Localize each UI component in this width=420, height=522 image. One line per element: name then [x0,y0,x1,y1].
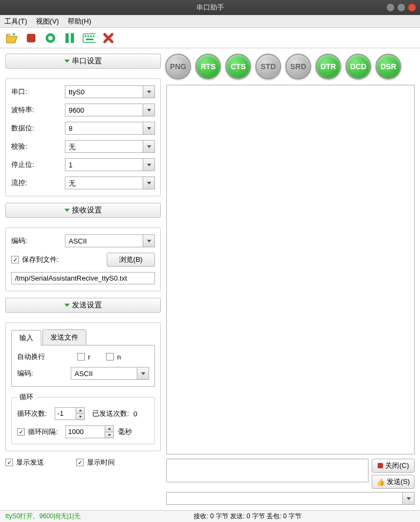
loop-interval-unit: 毫秒 [118,427,132,437]
parity-label: 校验: [11,142,65,151]
send-section-body: 输入 发送文件 自动换行 r n 编码: ASCII 循环 [5,322,161,451]
indicator-cts[interactable]: CTS [225,54,251,79]
send-button[interactable]: 👍发送(S) [372,475,415,489]
svg-rect-8 [90,35,92,37]
chevron-down-icon [64,304,70,307]
main-area: 串口设置 串口: ttyS0 波特率: 9600 数据位: 8 校验: 无 停止… [0,48,420,510]
svg-rect-10 [86,39,93,40]
databits-combo[interactable]: 8 [65,122,155,135]
svg-rect-0 [27,34,35,42]
close-port-button[interactable]: 关闭(C) [372,459,415,473]
minimize-button[interactable] [387,4,394,11]
keyboard-icon[interactable] [83,32,95,45]
recv-encoding-label: 编码: [11,236,65,246]
right-panel: PNG RTS CTS STD SRD DTR DCD DSR 关闭(C) 👍发… [166,48,420,510]
send-textarea[interactable] [166,459,369,482]
bottom-send-row: 关闭(C) 👍发送(S) [166,459,415,489]
receive-section-title: 接收设置 [72,205,102,215]
left-panel: 串口设置 串口: ttyS0 波特率: 9600 数据位: 8 校验: 无 停止… [0,48,166,510]
indicator-dsr[interactable]: DSR [375,54,401,79]
send-section-title: 发送设置 [72,300,102,310]
loop-legend: 循环 [17,392,35,402]
indicator-dtr[interactable]: DTR [315,54,341,79]
indicator-png[interactable]: PNG [165,54,191,79]
loop-interval-label: 循环间隔: [28,427,58,437]
send-encoding-label: 编码: [17,369,71,378]
indicator-std[interactable]: STD [255,54,281,79]
indicator-srd[interactable]: SRD [285,54,311,79]
flow-combo[interactable]: 无 [65,177,155,189]
tab-input[interactable]: 输入 [11,330,41,345]
send-history-combo[interactable] [166,492,415,505]
svg-rect-9 [93,35,94,37]
open-icon[interactable] [5,32,18,45]
svg-rect-6 [85,35,86,37]
close-window-button[interactable] [408,4,416,11]
svg-rect-4 [71,33,74,43]
send-section-header[interactable]: 发送设置 [5,298,161,313]
stopbits-combo[interactable]: 1 [65,158,155,171]
sent-count-label: 已发送次数: [92,409,129,418]
recv-encoding-combo[interactable]: ASCII [65,234,155,247]
svg-rect-3 [65,33,69,43]
n-checkbox[interactable] [106,353,114,361]
pause-icon[interactable] [63,32,76,45]
sent-count-value: 0 [134,410,137,418]
menubar: 工具(T) 视图(V) 帮助(H) [0,15,420,28]
loop-interval-spinner[interactable]: 1000 [65,425,114,438]
baud-combo[interactable]: 9600 [65,104,155,116]
baud-label: 波特率: [11,105,65,115]
delete-icon[interactable] [102,32,115,45]
statusbar: ttyS0打开。9600|8|无|1|无 接收: 0 字节 发送: 0 字节 丢… [0,510,420,522]
filepath-input[interactable] [11,272,155,284]
tab-input-content: 自动换行 r n 编码: ASCII [11,345,155,387]
port-combo[interactable]: ttyS0 [65,85,155,98]
save-to-file-label: 保存到文件: [22,255,59,264]
save-to-file-checkbox[interactable] [11,256,19,263]
send-encoding-combo[interactable]: ASCII [71,367,149,380]
window-controls [387,4,416,11]
stop-icon[interactable] [25,32,38,45]
send-tabs: 输入 发送文件 [11,329,155,345]
status-left: ttyS0打开。9600|8|无|1|无 [5,512,80,521]
indicator-dcd[interactable]: DCD [345,54,371,79]
flow-label: 流控: [11,178,65,188]
port-label: 串口: [11,87,65,97]
n-label: n [117,353,121,361]
receive-section-body: 编码: ASCII 保存到文件: 浏览(B) [5,227,161,291]
loop-count-label: 循环次数: [17,409,55,418]
receive-log-area[interactable] [166,85,415,454]
svg-point-2 [48,36,53,40]
show-send-label: 显示发送 [16,458,44,467]
show-time-label: 显示时间 [87,458,115,467]
parity-combo[interactable]: 无 [65,140,155,153]
chevron-down-icon [64,60,70,63]
tab-send-file[interactable]: 发送文件 [42,329,86,345]
menu-view[interactable]: 视图(V) [36,17,59,26]
receive-section-header[interactable]: 接收设置 [5,203,161,218]
menu-help[interactable]: 帮助(H) [68,17,91,26]
svg-rect-7 [87,35,89,37]
autowrap-label: 自动换行 [17,352,71,362]
loop-count-spinner[interactable]: -1 [55,407,85,420]
browse-button[interactable]: 浏览(B) [107,253,155,267]
menu-tools[interactable]: 工具(T) [4,17,27,26]
show-send-checkbox[interactable] [5,459,13,466]
record-icon[interactable] [44,32,57,45]
maximize-button[interactable] [397,4,405,11]
serial-section-title: 串口设置 [72,56,102,66]
serial-section-header[interactable]: 串口设置 [5,54,161,69]
window-title: 串口助手 [196,3,224,12]
loop-fieldset: 循环 循环次数: -1 已发送次数: 0 循环间隔: 1000 毫秒 [11,392,155,444]
chevron-down-icon [64,209,70,212]
loop-interval-checkbox[interactable] [17,428,25,436]
svg-rect-11 [378,463,383,468]
stopbits-label: 停止位: [11,160,65,170]
show-time-checkbox[interactable] [76,459,84,466]
titlebar: 串口助手 [0,0,420,15]
r-checkbox[interactable] [77,353,85,361]
databits-label: 数据位: [11,123,65,133]
r-label: r [88,353,90,361]
indicator-rts[interactable]: RTS [195,54,221,79]
toolbar [0,28,420,48]
